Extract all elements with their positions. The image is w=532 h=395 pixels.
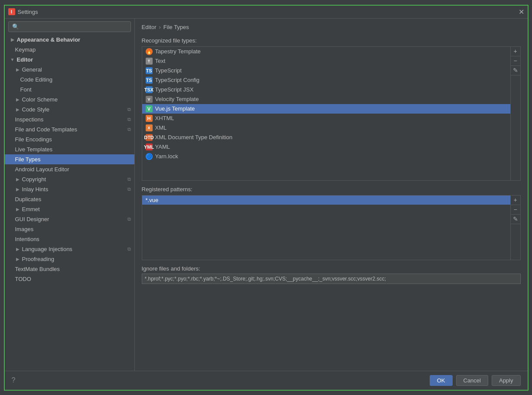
- search-icon: 🔍: [12, 23, 19, 30]
- add-file-type-button[interactable]: +: [511, 47, 520, 56]
- sidebar-item-code-editing[interactable]: Code Editing: [5, 75, 134, 85]
- sidebar-item-inlay-hints[interactable]: Inlay Hints ⧉: [5, 184, 134, 194]
- ft-label: XML Document Type Definition: [155, 134, 232, 140]
- ft-item-vuejs[interactable]: V Vue.js Template: [142, 104, 510, 114]
- arrow-icon: [10, 37, 15, 42]
- ft-item-yarn[interactable]: 🔵 Yarn.lock: [142, 152, 510, 161]
- sidebar-item-appearance[interactable]: Appearance & Behavior: [5, 35, 134, 45]
- ft-label: XML: [155, 124, 167, 131]
- ft-item-xml[interactable]: X XML: [142, 123, 510, 133]
- sidebar-item-color-scheme[interactable]: Color Scheme: [5, 95, 134, 104]
- ft-item-typescript-config[interactable]: TS TypeScript Config: [142, 75, 510, 85]
- vue-icon: V: [146, 105, 153, 112]
- arrow-icon: [15, 246, 20, 251]
- sidebar-item-label: File Types: [15, 156, 41, 163]
- ft-item-text[interactable]: T Text: [142, 56, 510, 66]
- cancel-button[interactable]: Cancel: [456, 375, 488, 386]
- ft-label: XHTML: [155, 115, 174, 121]
- ft-item-tapestry[interactable]: 🔥 Tapestry Template: [142, 47, 510, 56]
- sidebar-item-label: Font: [20, 86, 32, 93]
- sidebar-item-label: General: [22, 66, 42, 73]
- sidebar-item-label: Editor: [17, 56, 33, 63]
- yaml-icon: YML: [146, 144, 153, 150]
- sidebar-item-gui-designer[interactable]: GUI Designer ⧉: [5, 214, 134, 224]
- apply-button[interactable]: Apply: [492, 375, 521, 386]
- sidebar-item-label: Keymap: [15, 46, 36, 53]
- sidebar-item-general[interactable]: General: [5, 65, 134, 75]
- copy-icon: ⧉: [127, 176, 131, 182]
- ft-item-velocity[interactable]: V Velocity Template: [142, 95, 510, 104]
- sidebar-item-file-code-templates[interactable]: File and Code Templates ⧉: [5, 124, 134, 134]
- add-pattern-button[interactable]: +: [511, 196, 520, 205]
- file-types-list: 🔥 Tapestry Template T Text TS TypeScript: [142, 46, 511, 181]
- sidebar-item-label: File Encodings: [15, 136, 52, 143]
- sidebar-item-copyright[interactable]: Copyright ⧉: [5, 174, 134, 184]
- sidebar-item-label: Duplicates: [15, 196, 42, 202]
- sidebar-item-intentions[interactable]: Intentions: [5, 234, 134, 244]
- pattern-item-vue[interactable]: *.vue: [142, 196, 510, 205]
- arrow-icon: [15, 107, 20, 112]
- arrow-icon: [15, 97, 20, 102]
- ft-item-typescript[interactable]: TS TypeScript: [142, 66, 510, 75]
- help-button[interactable]: ?: [12, 376, 16, 384]
- sidebar-item-label: GUI Designer: [15, 216, 49, 222]
- sidebar-item-label: Code Style: [22, 106, 50, 113]
- text-icon: T: [146, 58, 153, 65]
- tsconfig-icon: TS: [146, 77, 153, 84]
- sidebar-item-proofreading[interactable]: Proofreading: [5, 254, 134, 264]
- pattern-label: *.vue: [146, 197, 159, 203]
- sidebar-item-label: File and Code Templates: [15, 126, 78, 133]
- sidebar-item-label: TextMate Bundles: [15, 266, 60, 272]
- breadcrumb-editor: Editor: [142, 24, 157, 30]
- remove-pattern-button[interactable]: −: [511, 205, 520, 215]
- sidebar-item-keymap[interactable]: Keymap: [5, 45, 134, 55]
- right-panel: Editor › File Types Recognized file type…: [135, 19, 528, 371]
- sidebar-item-label: Inlay Hints: [22, 186, 49, 193]
- recognized-label: Recognized file types:: [142, 37, 521, 44]
- sidebar-item-android-layout-editor[interactable]: Android Layout Editor: [5, 164, 134, 174]
- ignore-label: Ignore files and folders:: [142, 265, 521, 272]
- sidebar-item-language-injections[interactable]: Language Injections ⧉: [5, 244, 134, 254]
- breadcrumb-file-types: File Types: [163, 24, 189, 30]
- edit-pattern-button[interactable]: ✎: [511, 215, 520, 224]
- sidebar-item-file-encodings[interactable]: File Encodings: [5, 134, 134, 144]
- sidebar-item-editor[interactable]: Editor: [5, 55, 134, 65]
- arrow-icon: [15, 186, 20, 192]
- ok-button[interactable]: OK: [430, 375, 453, 386]
- sidebar-item-label: Code Editing: [20, 76, 52, 83]
- sidebar-item-inspections[interactable]: Inspections ⧉: [5, 114, 134, 124]
- patterns-list: *.vue: [142, 195, 511, 260]
- edit-file-type-button[interactable]: ✎: [511, 66, 520, 75]
- dialog-footer: ? OK Cancel Apply: [5, 371, 528, 390]
- search-box[interactable]: 🔍: [8, 21, 131, 32]
- breadcrumb: Editor › File Types: [142, 24, 521, 30]
- sidebar-item-code-style[interactable]: Code Style ⧉: [5, 104, 134, 114]
- sidebar-item-file-types[interactable]: File Types: [5, 154, 134, 164]
- ft-item-xhtml[interactable]: H XHTML: [142, 114, 510, 123]
- copy-icon: ⧉: [127, 107, 131, 112]
- ft-label: Text: [155, 58, 166, 64]
- sidebar-item-duplicates[interactable]: Duplicates: [5, 194, 134, 204]
- sidebar-item-todo[interactable]: TODO: [5, 274, 134, 284]
- yarn-icon: 🔵: [146, 153, 153, 160]
- ft-item-xml-dtd[interactable]: DTD XML Document Type Definition: [142, 133, 510, 142]
- search-input[interactable]: [21, 23, 127, 30]
- sidebar-item-font[interactable]: Font: [5, 85, 134, 95]
- sidebar-item-label: Color Scheme: [22, 96, 58, 103]
- sidebar-item-images[interactable]: Images: [5, 224, 134, 234]
- sidebar-item-label: Intentions: [15, 236, 39, 242]
- ignore-input[interactable]: [142, 274, 521, 284]
- sidebar-item-live-templates[interactable]: Live Templates: [5, 144, 134, 154]
- sidebar-item-label: Inspections: [15, 116, 44, 123]
- copy-icon: ⧉: [127, 117, 131, 122]
- sidebar-item-emmet[interactable]: Emmet: [5, 204, 134, 214]
- ft-item-yaml[interactable]: YML YAML: [142, 142, 510, 152]
- sidebar-item-textmate-bundles[interactable]: TextMate Bundles: [5, 264, 134, 274]
- ft-label: Tapestry Template: [155, 48, 201, 55]
- close-button[interactable]: ✕: [519, 8, 524, 16]
- dtd-icon: DTD: [146, 134, 153, 141]
- ft-item-typescript-jsx[interactable]: TSX TypeScript JSX: [142, 85, 510, 95]
- ft-label: YAML: [155, 144, 170, 150]
- sidebar-item-label: Images: [15, 226, 34, 232]
- remove-file-type-button[interactable]: −: [511, 56, 520, 66]
